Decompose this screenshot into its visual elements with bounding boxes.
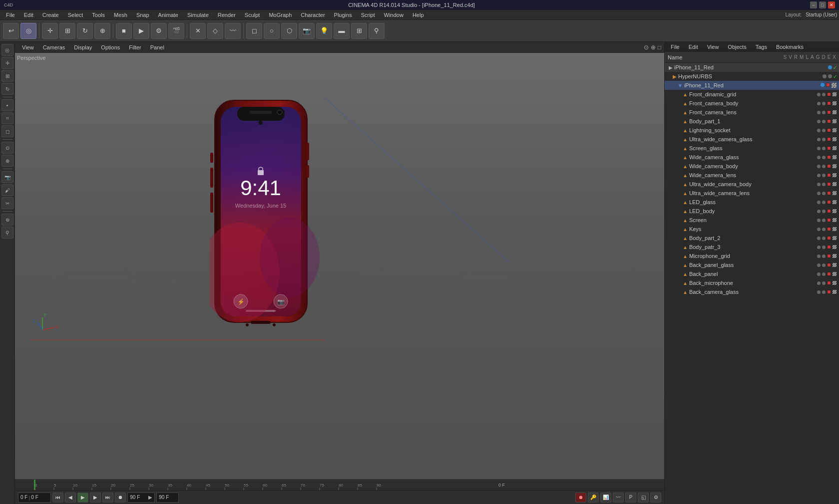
lt-points-btn[interactable]: • <box>1 99 13 111</box>
viewport-menu-filter[interactable]: Filter <box>125 43 145 51</box>
lt-scale-btn[interactable]: ⊞ <box>1 70 13 82</box>
viewport-icon-2[interactable]: ⊕ <box>651 44 656 51</box>
transform-button[interactable]: ⊕ <box>94 23 110 39</box>
scale-button[interactable]: ⊞ <box>59 23 75 39</box>
record-button[interactable]: ⏺ <box>115 493 126 503</box>
obj-item-back-camera-glass[interactable]: ▲ Back_camera_glass <box>665 287 839 296</box>
obj-menu-view[interactable]: View <box>703 43 723 51</box>
menu-file[interactable]: File <box>2 11 19 19</box>
goto-start-button[interactable]: ⏮ <box>52 493 63 503</box>
menu-mograph[interactable]: MoGraph <box>265 11 296 19</box>
end-frame-input[interactable] <box>130 495 147 500</box>
obj-item-screen-glass[interactable]: ▲ Screen_glass <box>665 144 839 153</box>
menu-edit[interactable]: Edit <box>20 11 37 19</box>
obj-item-back-panel[interactable]: ▲ Back_panel <box>665 269 839 278</box>
3d-viewport[interactable]: X Y Z Perspective <box>15 53 664 479</box>
spline-button[interactable]: 〰 <box>225 23 241 39</box>
object-mode-button[interactable]: ■ <box>116 23 132 39</box>
obj-item-wide-camera-body[interactable]: ▲ Wide_camera_body <box>665 162 839 171</box>
rotate-button[interactable]: ↻ <box>77 23 93 39</box>
menu-character[interactable]: Character <box>297 11 329 19</box>
lt-rotate-btn[interactable]: ↻ <box>1 83 13 95</box>
lt-paint-btn[interactable]: 🖌 <box>1 184 13 196</box>
menu-sculpt[interactable]: Sculpt <box>241 11 264 19</box>
timeline-button[interactable]: 📊 <box>600 493 611 503</box>
cylinder-button[interactable]: ⬡ <box>281 23 297 39</box>
obj-menu-file[interactable]: File <box>667 43 684 51</box>
menu-mesh[interactable]: Mesh <box>110 11 131 19</box>
obj-item-screen[interactable]: ▲ Screen <box>665 216 839 225</box>
select-button[interactable]: ◎ <box>20 23 36 39</box>
undo-button[interactable]: ↩ <box>3 23 19 39</box>
polygon-button[interactable]: ◇ <box>207 23 223 39</box>
lt-sculpt-btn[interactable]: ⊛ <box>1 214 13 226</box>
lt-move-btn[interactable]: ✛ <box>1 57 13 69</box>
viewport-menu-panel[interactable]: Panel <box>146 43 168 51</box>
render-button[interactable]: ▶ <box>133 23 149 39</box>
viewport-icon-3[interactable]: □ <box>658 44 661 51</box>
obj-item-root[interactable]: ▶ iPhone_11_Red ✓ <box>665 63 839 72</box>
maximize-button[interactable]: □ <box>819 1 826 8</box>
lt-axis-btn[interactable]: ⊕ <box>1 155 13 167</box>
obj-item-ultra-wide-camera-glass[interactable]: ▲ Ultra_wide_camera_glass <box>665 135 839 144</box>
obj-menu-bookmarks[interactable]: Bookmarks <box>772 43 808 51</box>
goto-end-button[interactable]: ⏭ <box>102 493 113 503</box>
menu-snap[interactable]: Snap <box>132 11 153 19</box>
camera-button[interactable]: 📷 <box>299 23 315 39</box>
param-button[interactable]: P <box>625 493 636 503</box>
obj-item-microphone-grid[interactable]: ▲ Microphone_grid <box>665 252 839 260</box>
obj-item-hypernurbs[interactable]: ▶ HyperNURBS ✓ <box>665 72 839 81</box>
obj-item-wide-camera-glass[interactable]: ▲ Wide_camera_glass <box>665 153 839 162</box>
obj-menu-edit[interactable]: Edit <box>685 43 702 51</box>
play-button[interactable]: ▶ <box>77 493 88 503</box>
obj-item-ultra-wide-camera-lens[interactable]: ▲ Ultra_wide_camera_lens <box>665 189 839 198</box>
cube-button[interactable]: ◻ <box>246 23 262 39</box>
menu-render[interactable]: Render <box>214 11 240 19</box>
next-frame-button[interactable]: ▶ <box>90 493 101 503</box>
lt-snap-btn[interactable]: ⊙ <box>1 142 13 154</box>
obj-item-lightning-socket[interactable]: ▲ Lightning_socket <box>665 126 839 135</box>
obj-item-front-camera-lens[interactable]: ▲ Front_camera_lens <box>665 108 839 117</box>
obj-item-led-glass[interactable]: ▲ LED_glass <box>665 198 839 207</box>
obj-menu-tags[interactable]: Tags <box>752 43 771 51</box>
render-settings-button[interactable]: ⚙ <box>151 23 167 39</box>
minimize-button[interactable]: – <box>810 1 817 8</box>
menu-help[interactable]: Help <box>409 11 428 19</box>
viewport-menu-view[interactable]: View <box>18 43 38 51</box>
prev-frame-button[interactable]: ◀ <box>65 493 76 503</box>
viewport-menu-display[interactable]: Display <box>70 43 96 51</box>
obj-item-wide-camera-lens[interactable]: ▲ Wide_camera_lens <box>665 171 839 180</box>
lt-knife-btn[interactable]: ✂ <box>1 197 13 209</box>
lt-edges-btn[interactable]: ⌗ <box>1 112 13 124</box>
keyframe-button[interactable]: 🔑 <box>588 493 599 503</box>
viewport-menu-cameras[interactable]: Cameras <box>39 43 69 51</box>
settings-anim-button[interactable]: ⚙ <box>650 493 661 503</box>
menu-animate[interactable]: Animate <box>154 11 182 19</box>
lt-camera-btn[interactable]: 📷 <box>1 171 13 183</box>
viewport-icon-1[interactable]: ⊙ <box>644 44 649 51</box>
menu-plugins[interactable]: Plugins <box>330 11 356 19</box>
menu-create[interactable]: Create <box>38 11 63 19</box>
obj-item-body-part-1[interactable]: ▲ Body_part_1 <box>665 117 839 126</box>
close-button[interactable]: ✕ <box>828 1 835 8</box>
lt-magnet-btn[interactable]: ⚲ <box>1 227 13 239</box>
menu-script[interactable]: Script <box>357 11 379 19</box>
obj-item-back-panel-glass[interactable]: ▲ Back_panel_glass <box>665 260 839 269</box>
obj-item-front-camera-body[interactable]: ▲ Front_camera_body <box>665 99 839 108</box>
magnet-button[interactable]: ⚲ <box>369 23 385 39</box>
obj-item-body-part-2[interactable]: ▲ Body_part_2 <box>665 234 839 243</box>
obj-menu-objects[interactable]: Objects <box>724 43 750 51</box>
obj-item-front-dinamic-grid[interactable]: ▲ Front_dinamic_grid <box>665 90 839 99</box>
obj-item-back-microphone[interactable]: ▲ Back_microphone <box>665 278 839 287</box>
obj-item-ultra-wide-camera-body[interactable]: ▲ Ultra_wide_camera_body <box>665 180 839 189</box>
obj-item-led-body[interactable]: ▲ LED_body <box>665 207 839 216</box>
menu-tools[interactable]: Tools <box>88 11 109 19</box>
move-button[interactable]: ✛ <box>42 23 58 39</box>
render-view-button[interactable]: 🎬 <box>168 23 184 39</box>
frame-input[interactable] <box>31 495 48 500</box>
viewport-menu-options[interactable]: Options <box>97 43 124 51</box>
light-button[interactable]: 💡 <box>316 23 332 39</box>
total-frames-input[interactable] <box>159 495 176 500</box>
floor-button[interactable]: ▬ <box>334 23 350 39</box>
grid-button[interactable]: ⊞ <box>351 23 367 39</box>
